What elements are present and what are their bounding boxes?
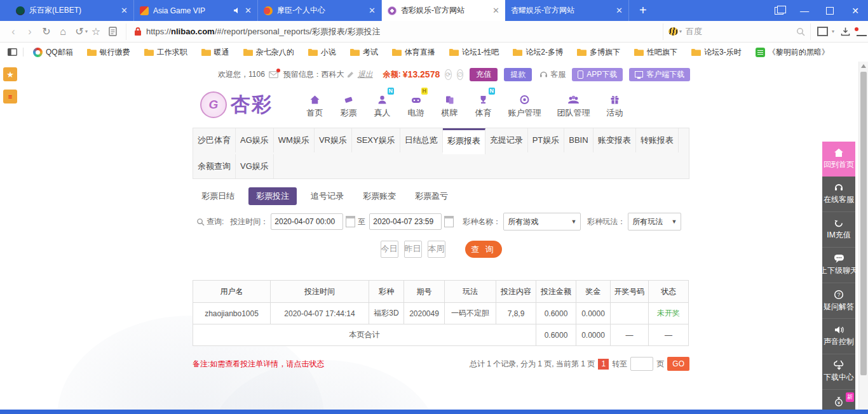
edit-icon[interactable] xyxy=(347,71,354,78)
cell-status-link[interactable]: 未开奖 xyxy=(649,303,689,324)
tab-lebet[interactable]: 乐百家(LEBET) ✕ xyxy=(10,0,134,21)
bookmark-folder[interactable]: 考试 xyxy=(343,47,385,58)
report-tab-vr[interactable]: VR娱乐 xyxy=(315,128,352,152)
withdraw-button[interactable]: 提款 xyxy=(504,68,532,81)
nav-egames[interactable]: H 电游 xyxy=(399,91,433,119)
favorite-star-icon[interactable]: ☆ xyxy=(88,23,104,40)
bookmark-folder[interactable]: 工作求职 xyxy=(137,47,194,58)
tab-close-icon[interactable]: ✕ xyxy=(121,6,128,15)
nav-account[interactable]: 账户管理 xyxy=(500,91,549,119)
report-tab-pt[interactable]: PT娱乐 xyxy=(528,128,565,152)
float-online-service[interactable]: 在线客服 xyxy=(822,177,855,212)
scrollbar-thumb[interactable] xyxy=(860,72,867,375)
bookmark-folder[interactable]: 小说 xyxy=(301,47,343,58)
calendar-icon[interactable] xyxy=(444,216,454,227)
subtab-chase[interactable]: 追号记录 xyxy=(306,187,349,205)
bookmark-folder[interactable]: 论坛3-乐时 xyxy=(684,47,749,58)
tab-audio-icon[interactable] xyxy=(233,7,240,14)
customer-service-link[interactable]: 客服 xyxy=(539,69,566,80)
bookmark-folder[interactable]: 银行缴费 xyxy=(80,47,137,58)
goto-page-input[interactable] xyxy=(630,357,653,371)
bookmark-folder[interactable]: 暖通 xyxy=(194,47,236,58)
time-to-input[interactable] xyxy=(369,213,442,230)
nav-live[interactable]: N 真人 xyxy=(365,91,399,119)
screenshot-icon[interactable] xyxy=(817,27,828,36)
bookmark-folder[interactable]: 杂七杂八的 xyxy=(236,47,301,58)
search-icon[interactable] xyxy=(796,27,805,36)
hide-balance-icon[interactable]: ∅ xyxy=(457,69,464,80)
bookmark-folder[interactable]: 体育直播 xyxy=(385,47,442,58)
bookmark-qq-mail[interactable]: QQ邮箱 xyxy=(26,47,80,58)
tab-close-icon[interactable]: ✕ xyxy=(369,6,376,15)
home-icon[interactable]: ⌂ xyxy=(55,23,71,40)
report-tab-account-changes[interactable]: 账变报表 xyxy=(593,128,636,152)
nav-lottery[interactable]: 彩票 xyxy=(332,91,365,119)
tile-windows-icon[interactable] xyxy=(766,0,792,21)
site-logo[interactable]: G 杏彩 xyxy=(200,91,273,118)
lottery-select[interactable]: 所有游戏▼ xyxy=(503,213,581,230)
calendar-icon[interactable] xyxy=(346,216,355,227)
week-button[interactable]: 本周 xyxy=(428,241,445,258)
today-button[interactable]: 今日 xyxy=(381,241,398,258)
subtab-bets[interactable]: 彩票投注 xyxy=(248,187,297,205)
client-download-button[interactable]: 客户端下载 xyxy=(629,68,690,81)
sidebar-panel-icon[interactable] xyxy=(4,44,20,60)
time-from-input[interactable] xyxy=(271,213,343,230)
float-faq[interactable]: ? 疑问解答 xyxy=(822,283,855,319)
address-bar[interactable]: https://nlibao.com/#/report/personal_rep… xyxy=(126,23,663,40)
bookmark-novel[interactable]: 《黎明前的黑暗》 xyxy=(749,47,836,58)
subtab-daily[interactable]: 彩票日结 xyxy=(196,187,240,205)
download-icon[interactable] xyxy=(841,27,850,36)
close-icon[interactable]: ✕ xyxy=(843,0,868,21)
scrollbar-up-arrow[interactable] xyxy=(861,64,866,68)
notes-icon[interactable] xyxy=(104,23,121,40)
bookmark-folder[interactable]: 性吧旗下 xyxy=(627,47,684,58)
notes-edge-button[interactable]: ≡ xyxy=(3,90,17,104)
float-sound[interactable]: 声音控制 xyxy=(822,319,855,354)
float-im-recharge[interactable]: IM充值 xyxy=(822,212,855,248)
bookmark-folder[interactable]: 论坛1-性吧 xyxy=(442,47,506,58)
float-home[interactable]: 回到首页 xyxy=(822,142,855,177)
float-chat[interactable]: 上下级聊天 xyxy=(822,248,855,283)
bookmark-folder[interactable]: 多博旗下 xyxy=(570,47,627,58)
float-download-center[interactable]: 下载中心 xyxy=(822,354,855,390)
report-tab-lottery-report[interactable]: 彩票报表 xyxy=(443,128,485,154)
tab-close-icon[interactable]: ✕ xyxy=(492,6,499,15)
subtab-profit[interactable]: 彩票盈亏 xyxy=(410,187,453,205)
reload-icon[interactable]: ↻ xyxy=(38,23,55,40)
tab-close-icon[interactable]: ✕ xyxy=(245,6,252,15)
nav-home[interactable]: 首页 xyxy=(298,91,332,119)
report-tab-transfers[interactable]: 转账报表 xyxy=(636,128,679,152)
nav-sports[interactable]: N 体育 xyxy=(466,91,500,119)
logout-link[interactable]: 退出 xyxy=(358,69,373,80)
new-tab-button[interactable]: + xyxy=(629,0,657,21)
search-engine-icon[interactable] xyxy=(668,27,678,36)
tab-asia-game-vip[interactable]: Asia Game VIP ✕ xyxy=(134,0,258,21)
subtab-account-change[interactable]: 彩票账变 xyxy=(358,187,401,205)
favorites-edge-button[interactable]: ★ xyxy=(3,67,17,81)
report-tab-daily[interactable]: 日结总览 xyxy=(400,128,443,152)
report-tab-vg[interactable]: VG娱乐 xyxy=(236,154,274,178)
tab-close-icon[interactable]: ✕ xyxy=(616,6,623,15)
recharge-button[interactable]: 充值 xyxy=(470,68,498,81)
nav-promotions[interactable]: 活动 xyxy=(598,91,632,119)
tab-mochen[interactable]: 摩臣-个人中心 ✕ xyxy=(258,0,382,21)
screenshot-dropdown-icon[interactable]: ▾ xyxy=(832,29,834,34)
report-tab-shaba[interactable]: 沙巴体育 xyxy=(193,128,236,152)
search-engine-dropdown-icon[interactable]: ▾ xyxy=(679,29,682,34)
app-download-button[interactable]: APP下载 xyxy=(572,68,623,81)
report-tab-bbin[interactable]: BBIN xyxy=(564,128,593,152)
tab-xingyao[interactable]: 杏耀娱乐-官方网站 ✕ xyxy=(505,0,629,21)
float-idle-download[interactable]: 新 ¥ 挂机下载 xyxy=(822,390,855,410)
search-input[interactable]: 百度 xyxy=(686,26,792,37)
report-tab-wm[interactable]: WM娱乐 xyxy=(274,128,315,152)
refresh-balance-icon[interactable]: ⟳ xyxy=(445,69,451,80)
nav-team[interactable]: 团队管理 xyxy=(549,91,598,119)
maximize-icon[interactable] xyxy=(817,0,843,21)
go-button[interactable]: GO xyxy=(667,357,689,371)
back-icon[interactable]: ‹ xyxy=(5,23,22,40)
report-tab-balance-query[interactable]: 余额查询 xyxy=(193,154,236,178)
tab-xingcai-active[interactable]: 杏彩娱乐-官方网站 ✕ xyxy=(382,0,505,21)
report-tab-deposits[interactable]: 充提记录 xyxy=(485,128,528,152)
forward-icon[interactable]: › xyxy=(22,23,38,40)
